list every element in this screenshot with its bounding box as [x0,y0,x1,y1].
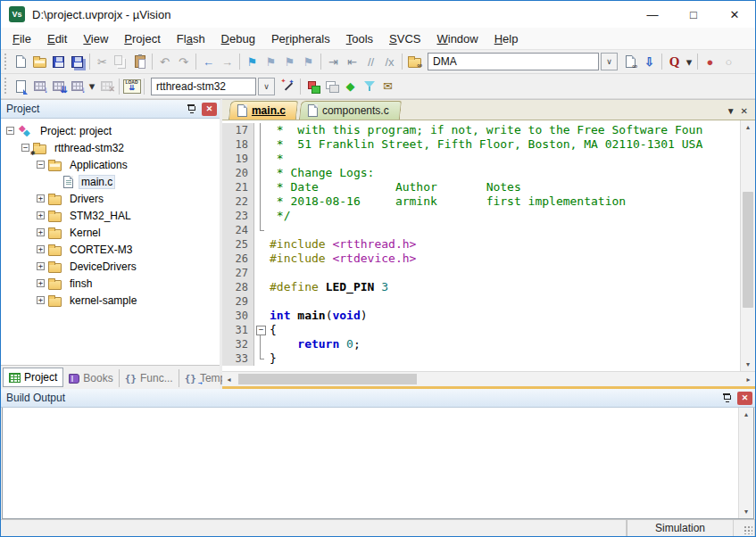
target-dropdown-button[interactable]: ∨ [258,78,275,95]
scroll-left-arrow-icon[interactable]: ◂ [222,372,236,386]
expand-toggle[interactable]: − [37,161,45,169]
tree-item-main-c[interactable]: main.c [1,173,220,190]
redo-button[interactable]: ↷ [174,52,193,71]
tree-item-kernel[interactable]: +Kernel [1,224,220,241]
pin-panel-button[interactable] [184,103,198,116]
tree-item-finsh[interactable]: +finsh [1,275,220,292]
scrollbar-thumb[interactable] [743,192,753,308]
build-output-scrollbar[interactable]: ▴ ▾ [738,408,753,518]
toolbar-grip[interactable] [3,78,10,95]
rebuild-button[interactable] [49,77,68,96]
manage-components-button[interactable] [303,77,322,96]
editor-horizontal-scrollbar[interactable]: ◂ ▸ [222,371,755,386]
tree-item-project-project[interactable]: −Project: project [1,122,220,139]
target-options-button[interactable] [278,77,297,96]
scroll-right-arrow-icon[interactable]: ▸ [742,372,755,386]
bookmark-clear-all-button[interactable]: ⚑ [299,52,318,71]
expand-toggle[interactable]: + [37,211,45,219]
copy-button[interactable] [112,52,130,71]
translate-file-button[interactable] [12,77,30,96]
menu-svcs[interactable]: SVCS [381,29,428,49]
download-button[interactable] [122,77,141,96]
tree-item-stm32-hal[interactable]: +STM32_HAL [1,207,220,224]
cut-button[interactable]: ✂ [93,52,112,71]
menu-flash[interactable]: Flash [169,29,213,49]
menu-peripherals[interactable]: Peripherals [263,29,338,49]
books-find-button[interactable]: Q [665,52,684,71]
expand-toggle[interactable]: + [37,262,45,270]
menu-edit[interactable]: Edit [39,29,75,49]
editor-vertical-scrollbar[interactable]: ▴ ▾ [740,120,755,371]
new-file-button[interactable] [12,52,30,71]
bookmark-prev-button[interactable]: ⚑ [280,52,299,71]
expand-toggle[interactable]: − [6,127,14,135]
search-dropdown-button[interactable]: ∨ [601,53,618,70]
search-combobox[interactable]: DMA ∨ [428,53,618,70]
breakpoint-disable-button[interactable]: ○ [719,52,738,71]
books-find-dropdown[interactable]: ▾ [684,52,694,71]
pin-panel-button[interactable] [719,392,734,405]
expand-toggle[interactable]: + [37,279,45,287]
paste-button[interactable] [130,52,149,71]
navigate-back-button[interactable]: ← [199,52,218,71]
comment-button[interactable]: // [361,52,380,71]
panel-tab-func[interactable]: {}Func... [119,369,179,387]
close-document-button[interactable]: ✕ [741,106,748,116]
menu-window[interactable]: Window [428,29,486,49]
build-output-text[interactable] [3,408,738,518]
tree-item-rtthread-stm32[interactable]: −rtthread-stm32 [1,139,220,156]
menu-help[interactable]: Help [486,29,527,49]
stop-build-button[interactable] [97,77,116,96]
scroll-down-arrow-icon[interactable]: ▾ [741,358,755,371]
find-button[interactable] [621,52,640,71]
scroll-up-arrow-icon[interactable]: ▴ [741,120,755,134]
menu-tools[interactable]: Tools [338,29,381,49]
bookmark-next-button[interactable]: ⚑ [262,52,280,71]
open-file-button[interactable] [30,52,49,71]
document-list-dropdown-button[interactable]: ▼ [727,106,735,116]
find-in-files-button[interactable] [405,52,424,71]
save-button[interactable] [49,52,68,71]
project-tree[interactable]: −Project: project−rtthread-stm32−Applica… [1,119,220,365]
resize-grip[interactable] [734,520,755,536]
scroll-down-arrow-icon[interactable]: ▾ [739,505,753,518]
editor-tab-components-c[interactable]: components.c [299,101,402,120]
panel-tab-project[interactable]: Project [3,368,63,387]
search-input[interactable]: DMA [428,53,599,70]
breakpoint-insert-button[interactable]: ● [701,52,719,71]
tree-item-applications[interactable]: −Applications [1,156,220,173]
close-button[interactable]: ✕ [714,1,755,28]
outdent-button[interactable]: ⇤ [343,52,361,71]
tree-item-kernel-sample[interactable]: +kernel-sample [1,292,220,309]
pack-installer-button[interactable]: ✉ [378,77,397,96]
indent-button[interactable]: ⇥ [324,52,343,71]
batch-build-dropdown[interactable]: ▾ [87,77,97,96]
minimize-button[interactable]: — [632,1,673,28]
manage-project-items-button[interactable] [322,77,341,96]
scrollbar-thumb[interactable] [238,374,417,384]
editor-tab-main-c[interactable]: main.c [228,101,298,120]
code-editor[interactable]: 17 * with this program; if not, write to… [222,120,740,371]
save-all-button[interactable] [68,52,87,71]
panel-tab-books[interactable]: Books [63,369,118,387]
target-select[interactable]: rtthread-stm32 [151,78,256,95]
undo-button[interactable]: ↶ [155,52,174,71]
bookmark-toggle-button[interactable]: ⚑ [243,52,262,71]
menu-debug[interactable]: Debug [213,29,263,49]
build-button[interactable] [30,77,49,96]
scroll-up-arrow-icon[interactable]: ▴ [739,408,753,421]
menu-view[interactable]: View [75,29,116,49]
expand-toggle[interactable]: + [37,296,45,304]
expand-toggle[interactable]: + [37,194,45,202]
fold-margin[interactable] [254,323,266,337]
close-panel-button[interactable]: ✕ [202,103,217,116]
menu-file[interactable]: File [4,29,39,49]
close-panel-button[interactable]: ✕ [737,392,752,405]
expand-toggle[interactable]: + [37,245,45,253]
toolbar-grip[interactable] [3,54,10,70]
select-packs-button[interactable] [360,77,378,96]
incremental-find-button[interactable]: ⇩ [640,52,659,71]
batch-build-button[interactable] [68,77,87,96]
tree-item-devicedrivers[interactable]: +DeviceDrivers [1,258,220,275]
expand-toggle[interactable]: − [21,144,29,152]
